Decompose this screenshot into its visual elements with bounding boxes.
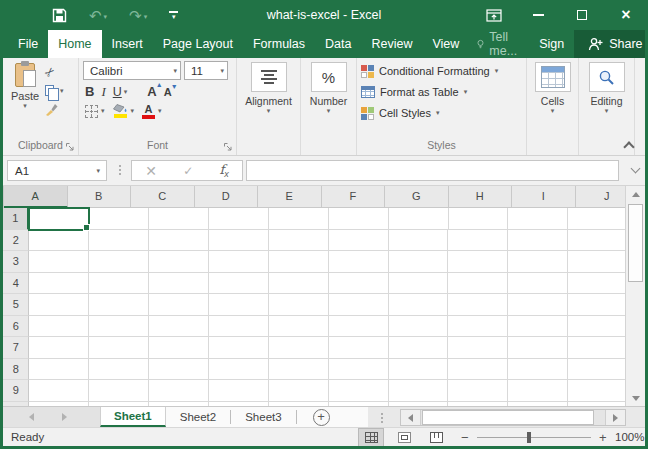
expand-formula-bar-button[interactable] bbox=[630, 164, 640, 174]
cell-C1[interactable] bbox=[149, 208, 209, 230]
sheet-tab-sheet2[interactable]: Sheet2 bbox=[166, 410, 231, 424]
normal-view-button[interactable] bbox=[358, 428, 384, 447]
cell-D9[interactable] bbox=[209, 380, 269, 402]
tell-me-button[interactable]: Tell me... bbox=[469, 30, 529, 58]
cell-I8[interactable] bbox=[508, 359, 568, 381]
cell-D8[interactable] bbox=[209, 359, 269, 381]
sheet-tab-sheet1[interactable]: Sheet1 bbox=[100, 407, 166, 427]
cancel-button[interactable]: ✕ bbox=[145, 164, 157, 178]
cell-E3[interactable] bbox=[269, 251, 329, 273]
cell-G8[interactable] bbox=[389, 359, 449, 381]
enter-button[interactable]: ✓ bbox=[183, 165, 193, 177]
cell-D7[interactable] bbox=[209, 337, 269, 359]
cell-H2[interactable] bbox=[448, 230, 508, 252]
cell-E8[interactable] bbox=[269, 359, 329, 381]
cell-H3[interactable] bbox=[448, 251, 508, 273]
column-header-h[interactable]: H bbox=[449, 186, 513, 208]
cell-G9[interactable] bbox=[389, 380, 449, 402]
cell-D6[interactable] bbox=[209, 316, 269, 338]
cell-H5[interactable] bbox=[448, 294, 508, 316]
cell-G3[interactable] bbox=[389, 251, 449, 273]
cell-H8[interactable] bbox=[448, 359, 508, 381]
cell-H9[interactable] bbox=[448, 380, 508, 402]
cell-J1[interactable] bbox=[568, 208, 628, 230]
cell-C2[interactable] bbox=[149, 230, 209, 252]
cell-C3[interactable] bbox=[149, 251, 209, 273]
copy-button[interactable]: ▾ bbox=[45, 83, 64, 98]
cell-A3[interactable] bbox=[29, 251, 89, 273]
next-sheet-button[interactable] bbox=[62, 413, 67, 421]
italic-button[interactable]: I bbox=[101, 84, 105, 100]
cell-C9[interactable] bbox=[149, 380, 209, 402]
collapse-ribbon-button[interactable] bbox=[624, 140, 633, 149]
minimize-button[interactable] bbox=[516, 0, 560, 30]
cell-I5[interactable] bbox=[508, 294, 568, 316]
cell-A1[interactable] bbox=[29, 208, 89, 230]
cell-B1[interactable] bbox=[89, 208, 149, 230]
zoom-level[interactable]: 100% bbox=[615, 431, 644, 443]
scroll-down-button[interactable] bbox=[626, 390, 645, 406]
row-header-1[interactable]: 1 bbox=[3, 208, 29, 230]
cell-E4[interactable] bbox=[269, 273, 329, 295]
cell-C7[interactable] bbox=[149, 337, 209, 359]
row-header-8[interactable]: 8 bbox=[3, 359, 29, 381]
column-header-g[interactable]: G bbox=[385, 186, 449, 208]
scroll-right-button[interactable] bbox=[605, 410, 625, 425]
tab-insert[interactable]: Insert bbox=[102, 30, 153, 58]
fill-color-button[interactable]: ▾ bbox=[113, 104, 135, 118]
scroll-up-button[interactable] bbox=[626, 186, 645, 202]
column-header-a[interactable]: A bbox=[4, 186, 68, 208]
cell-D4[interactable] bbox=[209, 273, 269, 295]
cell-F2[interactable] bbox=[329, 230, 389, 252]
maximize-button[interactable] bbox=[560, 0, 604, 30]
cell-B5[interactable] bbox=[89, 294, 149, 316]
cell-styles-button[interactable]: Cell Styles ▾ bbox=[361, 105, 498, 121]
cell-J4[interactable] bbox=[568, 273, 628, 295]
select-all-corner[interactable] bbox=[3, 186, 4, 208]
tab-file[interactable]: File bbox=[8, 30, 48, 58]
horizontal-scrollbar[interactable] bbox=[400, 409, 626, 426]
cell-A6[interactable] bbox=[29, 316, 89, 338]
font-size-select[interactable]: 11 ▾ bbox=[184, 61, 228, 80]
increase-font-size-button[interactable]: A▲ bbox=[147, 84, 156, 99]
cell-J5[interactable] bbox=[568, 294, 628, 316]
row-header-4[interactable]: 4 bbox=[3, 273, 29, 295]
sheet-tab-sheet3[interactable]: Sheet3 bbox=[231, 410, 296, 424]
font-family-select[interactable]: Calibri ▾ bbox=[83, 61, 181, 80]
underline-button[interactable]: U ▾ bbox=[113, 85, 128, 99]
format-painter-button[interactable] bbox=[45, 102, 64, 117]
column-header-f[interactable]: F bbox=[322, 186, 386, 208]
page-layout-view-button[interactable] bbox=[391, 428, 417, 447]
alignment-button[interactable]: Alignment ▾ bbox=[241, 61, 296, 115]
vertical-scrollbar[interactable] bbox=[625, 186, 645, 406]
share-button[interactable]: Share bbox=[574, 30, 648, 58]
editing-button[interactable]: Editing ▾ bbox=[583, 61, 630, 115]
column-header-c[interactable]: C bbox=[131, 186, 195, 208]
cell-A2[interactable] bbox=[29, 230, 89, 252]
cell-I3[interactable] bbox=[508, 251, 568, 273]
cell-A5[interactable] bbox=[29, 294, 89, 316]
font-dialog-launcher-icon[interactable] bbox=[223, 142, 233, 152]
cell-E9[interactable] bbox=[269, 380, 329, 402]
cell-F4[interactable] bbox=[329, 273, 389, 295]
cell-H4[interactable] bbox=[448, 273, 508, 295]
cell-F8[interactable] bbox=[329, 359, 389, 381]
cell-J6[interactable] bbox=[568, 316, 628, 338]
font-color-button[interactable]: A ▾ bbox=[142, 104, 162, 119]
cell-J3[interactable] bbox=[568, 251, 628, 273]
new-sheet-button[interactable]: + bbox=[313, 409, 330, 426]
cell-B6[interactable] bbox=[89, 316, 149, 338]
conditional-formatting-button[interactable]: Conditional Formatting ▾ bbox=[361, 63, 498, 79]
row-header-5[interactable]: 5 bbox=[3, 294, 29, 316]
cell-D2[interactable] bbox=[209, 230, 269, 252]
row-header-3[interactable]: 3 bbox=[3, 251, 29, 273]
cell-I2[interactable] bbox=[508, 230, 568, 252]
cell-I7[interactable] bbox=[508, 337, 568, 359]
page-break-preview-button[interactable] bbox=[423, 428, 449, 447]
cell-D5[interactable] bbox=[209, 294, 269, 316]
formula-bar-handle[interactable] bbox=[119, 165, 121, 167]
column-header-i[interactable]: I bbox=[512, 186, 576, 208]
cell-I1[interactable] bbox=[508, 208, 568, 230]
cell-A4[interactable] bbox=[29, 273, 89, 295]
cell-B7[interactable] bbox=[89, 337, 149, 359]
